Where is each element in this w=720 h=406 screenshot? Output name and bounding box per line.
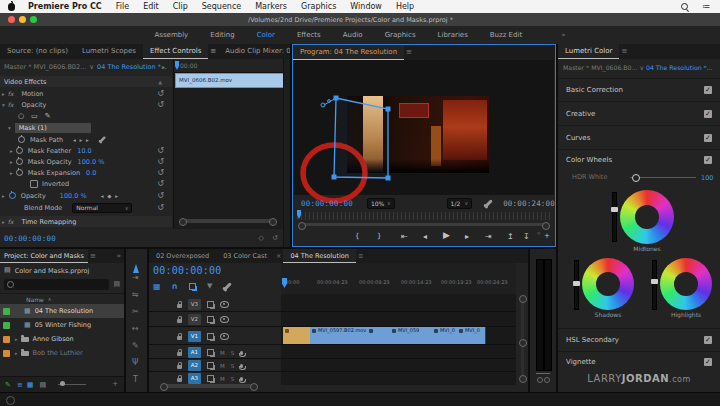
menu-markers[interactable]: Markers: [255, 2, 287, 11]
sync-lock-icon[interactable]: [207, 333, 214, 340]
section-basic-correction[interactable]: Basic Correction ✓: [558, 78, 720, 101]
master-clip-dropdown-icon[interactable]: ∨: [89, 63, 94, 71]
midtones-slider-knob[interactable]: [611, 207, 618, 212]
project-panel-menu-icon[interactable]: ≡: [88, 249, 98, 263]
minimize-window-button[interactable]: [19, 16, 26, 23]
toggle-animation-icon[interactable]: [9, 192, 16, 199]
expand-bin-icon[interactable]: ▸: [15, 336, 18, 342]
zoom-window-button[interactable]: [30, 16, 37, 23]
solo-track-button[interactable]: S: [231, 376, 235, 382]
playback-resolution-dropdown[interactable]: 1/2∨: [447, 198, 473, 209]
program-scrub-ruler[interactable]: [297, 212, 551, 220]
lock-track-icon[interactable]: [177, 319, 182, 323]
basic-correction-checkbox[interactable]: ✓: [704, 86, 712, 94]
add-marker-icon[interactable]: ▼: [207, 282, 212, 290]
workspace-color[interactable]: Color: [257, 31, 275, 39]
menu-app-name[interactable]: Premiere Pro CC: [28, 2, 102, 11]
effect-row-mask-path[interactable]: Mask Path ◂ ▸ ▸: [0, 134, 172, 145]
show-timeline-view-icon[interactable]: ▸: [162, 63, 165, 70]
step-back-button[interactable]: ◂: [423, 232, 427, 241]
project-file-row[interactable]: ▤ Color and Masks.prproj: [4, 265, 89, 276]
track-target-v3[interactable]: V3: [188, 299, 201, 310]
toggle-keyframes-icon[interactable]: ◇: [259, 234, 264, 242]
filter-bin-icon[interactable]: ▤: [113, 280, 120, 288]
selection-tool[interactable]: [133, 256, 139, 264]
project-item-row[interactable]: ▸ Bob the Luthier: [0, 346, 124, 360]
voiceover-record-icon[interactable]: [240, 377, 243, 381]
toggle-animation-icon[interactable]: [18, 136, 25, 143]
expand-bin-icon[interactable]: ▸: [15, 350, 18, 356]
timeline-clip[interactable]: [283, 327, 311, 344]
menu-help[interactable]: Help: [396, 2, 414, 11]
hdr-white-slider-knob[interactable]: [632, 174, 640, 182]
label-chip-green[interactable]: [3, 308, 10, 315]
step-forward-button[interactable]: ▸: [465, 232, 469, 241]
blend-mode-dropdown[interactable]: Normal ∨: [72, 203, 132, 213]
mask-expansion-value[interactable]: 0.0: [86, 169, 96, 177]
workspace-libraries[interactable]: Libraries: [438, 31, 468, 39]
track-target-a1[interactable]: A1: [188, 347, 201, 358]
mask-tracking-controls[interactable]: ◂ ▸ ▸: [73, 137, 90, 143]
workspace-audio[interactable]: Audio: [343, 31, 363, 39]
project-tab-overflow-icon[interactable]: »: [114, 249, 124, 263]
effect-row-mask-feather[interactable]: ▸ Mask Feather 10.0 ↺: [0, 145, 172, 156]
reset-effect-icon[interactable]: ↺: [157, 101, 164, 109]
timeline-vscrollbar[interactable]: [521, 297, 524, 381]
workspace-overflow-chevron[interactable]: »: [561, 31, 565, 39]
mark-in-button[interactable]: {: [355, 232, 359, 240]
add-button[interactable]: +: [544, 232, 550, 240]
nest-sequence-icon[interactable]: ▦: [153, 282, 161, 291]
section-vignette[interactable]: Vignette ✓: [558, 351, 720, 372]
shadows-slider-knob[interactable]: [573, 281, 580, 286]
effect-row-inverted[interactable]: Inverted ↺: [0, 178, 172, 189]
tab-sequence-04[interactable]: 04 The Resolution: [283, 249, 355, 263]
timeline-clip[interactable]: MVI_0: [457, 327, 486, 344]
lumetri-panel-menu-icon[interactable]: ≡: [619, 44, 629, 59]
reset-param-icon[interactable]: ↺: [157, 180, 164, 188]
timeline-panel-menu-icon[interactable]: ≡: [356, 249, 365, 263]
menu-edit[interactable]: Edit: [143, 2, 159, 11]
tab-sequence-03[interactable]: 03 Color Cast: [216, 249, 274, 263]
go-to-in-button[interactable]: ⇤: [401, 232, 408, 241]
lock-track-icon[interactable]: [177, 336, 182, 340]
hsl-secondary-checkbox[interactable]: ✓: [704, 336, 712, 344]
sync-lock-icon[interactable]: [207, 301, 214, 308]
mask-feather-value[interactable]: 10.0: [77, 147, 91, 155]
mini-timeline-playhead[interactable]: [175, 61, 179, 70]
reset-param-icon[interactable]: ↺: [157, 158, 164, 166]
new-item-icon[interactable]: +: [112, 380, 118, 388]
mute-track-button[interactable]: M: [220, 350, 225, 356]
effect-row-motion[interactable]: ▸ fx Motion ↺: [0, 88, 172, 99]
mark-out-button[interactable]: }: [377, 232, 381, 240]
lumetri-master-clip[interactable]: Master * MVI_0606.B0...: [563, 64, 637, 71]
timeline-playhead-timecode[interactable]: 00:00:00:00: [153, 265, 221, 276]
workspace-graphics[interactable]: Graphics: [385, 31, 416, 39]
section-color-wheels[interactable]: Color Wheels ✓: [558, 149, 720, 170]
solo-track-button[interactable]: S: [231, 363, 235, 369]
reset-param-icon[interactable]: ↺: [157, 192, 164, 200]
label-chip-orange[interactable]: [3, 336, 10, 343]
menu-clip[interactable]: Clip: [173, 2, 188, 11]
workspace-assembly[interactable]: Assembly: [155, 31, 189, 39]
program-timecode[interactable]: 00:00:00:00: [301, 199, 353, 208]
shadows-luma-slider[interactable]: [574, 260, 579, 310]
track-select-forward-tool[interactable]: ⇥: [132, 273, 139, 282]
lock-track-icon[interactable]: [177, 352, 182, 356]
effect-controls-vscrollbar[interactable]: [283, 59, 290, 247]
highlights-slider-knob[interactable]: [651, 279, 658, 284]
lock-track-icon[interactable]: [177, 365, 182, 369]
button-editor-chevron[interactable]: »: [537, 229, 541, 236]
video-effects-header[interactable]: Video Effects ▲: [0, 76, 172, 87]
effect-row-time-remapping[interactable]: ▸ fx Time Remapping: [0, 216, 172, 227]
toggle-track-output-icon[interactable]: [220, 301, 229, 308]
notification-center-icon[interactable]: ≔: [702, 2, 710, 11]
tab-lumetri-scopes[interactable]: Lumetri Scopes: [75, 44, 143, 59]
toggle-animation-icon[interactable]: [16, 158, 23, 165]
reset-param-icon[interactable]: ↺: [157, 147, 164, 155]
track-target-a2[interactable]: A2: [188, 360, 201, 371]
extract-button[interactable]: ↧: [523, 232, 530, 241]
apple-menu-icon[interactable]: [8, 3, 15, 11]
create-ellipse-mask-icon[interactable]: ○: [18, 112, 24, 120]
program-playhead[interactable]: [297, 210, 301, 219]
lock-track-icon[interactable]: [177, 304, 182, 308]
